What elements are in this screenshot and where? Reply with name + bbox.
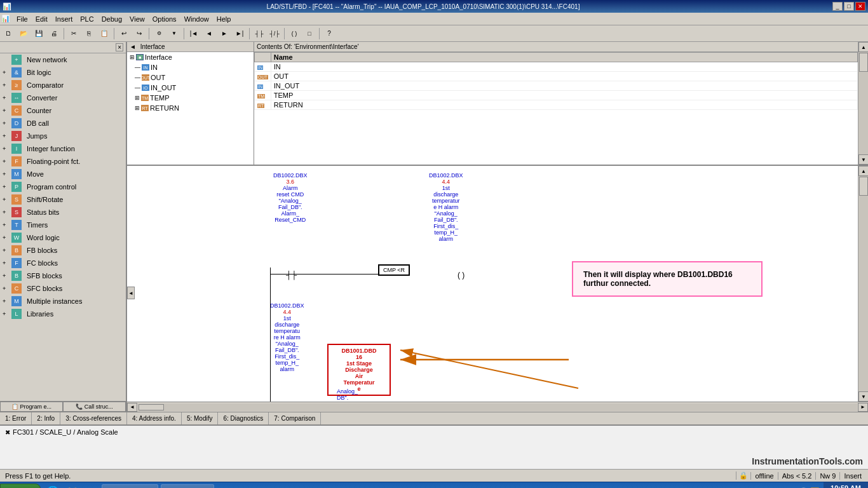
sidebar-tab-call[interactable]: 📞 Call struc... — [63, 402, 126, 412]
menu-view[interactable]: View — [126, 14, 149, 24]
taskbar-item-call[interactable]: 📞 Call struc... — [161, 484, 214, 489]
sidebar-tab-program[interactable]: 📋 Program e... — [0, 402, 63, 412]
table-row-in[interactable]: IN IN — [255, 62, 858, 72]
tb-copy[interactable]: ⎘ — [82, 27, 96, 41]
sidebar-item-word-logic[interactable]: + W Word logic — [0, 231, 126, 244]
db1002-bl-label6: Fail_DB". — [270, 347, 304, 353]
app-icon: 📊 — [3, 3, 11, 11]
sidebar-item-db-call[interactable]: + D DB call — [0, 117, 126, 130]
sidebar-item-timers[interactable]: + T Timers — [0, 219, 126, 231]
sidebar-item-move[interactable]: + M Move — [0, 168, 126, 180]
start-button[interactable]: ⊞ Start — [0, 484, 41, 489]
tb-contact-no[interactable]: ┤├ — [252, 27, 266, 41]
menu-insert[interactable]: Insert — [51, 14, 77, 24]
interface-label: Interface — [140, 43, 165, 50]
sidebar-bottom: 📋 Program e... 📞 Call struc... — [0, 401, 126, 412]
vscroll-thumb[interactable] — [859, 53, 868, 72]
tb-undo[interactable]: ↩ — [117, 27, 131, 41]
hscroll-right[interactable]: ► — [858, 403, 868, 412]
sidebar-close-button[interactable]: × — [116, 43, 123, 51]
menu-options[interactable]: Options — [149, 14, 180, 24]
tb-open[interactable]: 📂 — [17, 27, 31, 41]
sidebar-item-bit-logic[interactable]: + & Bit logic — [0, 66, 126, 79]
tb-nav-next[interactable]: ► — [217, 27, 231, 41]
tb-contact-nc[interactable]: ┤/├ — [268, 27, 281, 41]
sidebar-item-status-bits[interactable]: + S Status bits — [0, 206, 126, 219]
diagram-vscroll-thumb[interactable] — [859, 177, 868, 196]
tb-save[interactable]: 💾 — [32, 27, 46, 41]
table-row-out[interactable]: OUT OUT — [255, 72, 858, 81]
sidebar-item-jumps[interactable]: + J Jumps — [0, 130, 126, 142]
tab-address-info[interactable]: 4: Address info. — [127, 412, 182, 424]
tb-help[interactable]: ? — [322, 27, 336, 41]
sidebar-item-sfb-blocks[interactable]: + B SFB blocks — [0, 269, 126, 282]
tb-box[interactable]: □ — [302, 27, 316, 41]
menu-edit[interactable]: Edit — [32, 14, 51, 24]
tb-nav-first[interactable]: |◄ — [187, 27, 201, 41]
sidebar-item-multiple-instances[interactable]: + M Multiple instances — [0, 295, 126, 308]
annotation-text: Then it will display where DB1001.DBD16 … — [583, 270, 733, 288]
hscroll-left[interactable]: ◄ — [127, 403, 137, 412]
block5-text: Analog_ DB". Analog_ Dat_01 T... — [337, 388, 364, 402]
sidebar-item-program-control[interactable]: + P Program control — [0, 180, 126, 193]
vscroll-down[interactable]: ▼ — [858, 154, 868, 165]
taskbar-media-icon[interactable]: ▶ — [82, 484, 100, 489]
restore-button[interactable]: □ — [844, 2, 854, 11]
sidebar-item-libraries[interactable]: + L Libraries — [0, 308, 126, 320]
tab-cross-references[interactable]: 3: Cross-references — [60, 412, 127, 424]
table-row-in-out[interactable]: IN IN_OUT — [255, 81, 858, 91]
tree-in-out[interactable]: — IO IN_OUT — [127, 83, 254, 93]
menu-help[interactable]: Help — [213, 14, 235, 24]
tab-diagnostics[interactable]: 6: Diagnostics — [218, 412, 269, 424]
tab-info[interactable]: 2: Info — [32, 412, 60, 424]
sidebar-label-sfb-blocks: SFB blocks — [27, 272, 62, 280]
diagram-vscroll-up[interactable]: ▲ — [858, 166, 868, 176]
tb-download[interactable]: ▼ — [167, 27, 181, 41]
table-row-temp[interactable]: TM TEMP — [255, 91, 858, 100]
clock-area[interactable]: 10:59 AM 7/18/2015 — [824, 482, 868, 488]
diagram-vscroll-down[interactable]: ▼ — [858, 391, 868, 402]
table-row-return[interactable]: RT RETURN — [255, 100, 858, 110]
menu-debug[interactable]: Debug — [98, 14, 126, 24]
sidebar-item-counter[interactable]: + C Counter — [0, 104, 126, 117]
tb-nav-prev[interactable]: ◄ — [202, 27, 216, 41]
tb-new[interactable]: 🗋 — [1, 27, 15, 41]
sidebar-item-shift-rotate[interactable]: + S Shift/Rotate — [0, 193, 126, 206]
taskbar-item-program[interactable]: 📊 Program e... — [102, 484, 158, 489]
tree-temp[interactable]: ⊞ TM TEMP — [127, 93, 254, 103]
tb-compile[interactable]: ⚙ — [152, 27, 166, 41]
tree-interface-root[interactable]: ⊞ ■ Interface — [127, 52, 254, 62]
tb-redo[interactable]: ↪ — [132, 27, 146, 41]
tb-print[interactable]: 🖨 — [47, 27, 61, 41]
menu-window[interactable]: Window — [180, 14, 213, 24]
minimize-button[interactable]: _ — [832, 2, 843, 11]
tb-coil[interactable]: ( ) — [287, 27, 301, 41]
tab-error[interactable]: 1: Error — [0, 412, 32, 424]
sidebar-item-converter[interactable]: + ↔ Converter — [0, 92, 126, 104]
sidebar-item-fc-blocks[interactable]: + F FC blocks — [0, 257, 126, 269]
tree-return[interactable]: ⊞ RT RETURN — [127, 103, 254, 113]
left-scroll-arrow[interactable]: ◄ — [127, 287, 135, 299]
status-bits-icon: S — [11, 207, 22, 217]
taskbar-folder-icon[interactable]: 📁 — [63, 484, 81, 489]
taskbar-ie-icon[interactable]: 🌐 — [44, 484, 62, 489]
help-text: Press F1 to get Help. — [3, 472, 736, 480]
sidebar-item-comparator[interactable]: + ≥ Comparator — [0, 79, 126, 92]
close-button[interactable]: ✕ — [855, 2, 865, 11]
menu-plc[interactable]: PLC — [76, 14, 97, 24]
sidebar-item-fb-blocks[interactable]: + B FB blocks — [0, 244, 126, 257]
tree-out[interactable]: — OUT OUT — [127, 72, 254, 83]
sidebar-item-floating-point[interactable]: + F Floating-point fct. — [0, 155, 126, 168]
tab-comparison[interactable]: 7: Comparison — [269, 412, 321, 424]
tab-modify[interactable]: 5: Modify — [182, 412, 219, 424]
menu-file[interactable]: File — [13, 14, 32, 24]
tb-cut[interactable]: ✂ — [67, 27, 81, 41]
hscroll-thumb[interactable] — [139, 404, 164, 410]
sidebar-item-sfc-blocks[interactable]: + C SFC blocks — [0, 282, 126, 295]
tb-nav-last[interactable]: ►| — [233, 27, 247, 41]
tb-paste[interactable]: 📋 — [97, 27, 111, 41]
tree-in[interactable]: — IN IN — [127, 62, 254, 72]
sidebar-item-integer-function[interactable]: + I Integer function — [0, 142, 126, 155]
sidebar-item-new-network[interactable]: + New network — [0, 53, 126, 66]
vscroll-up[interactable]: ▲ — [858, 42, 868, 52]
